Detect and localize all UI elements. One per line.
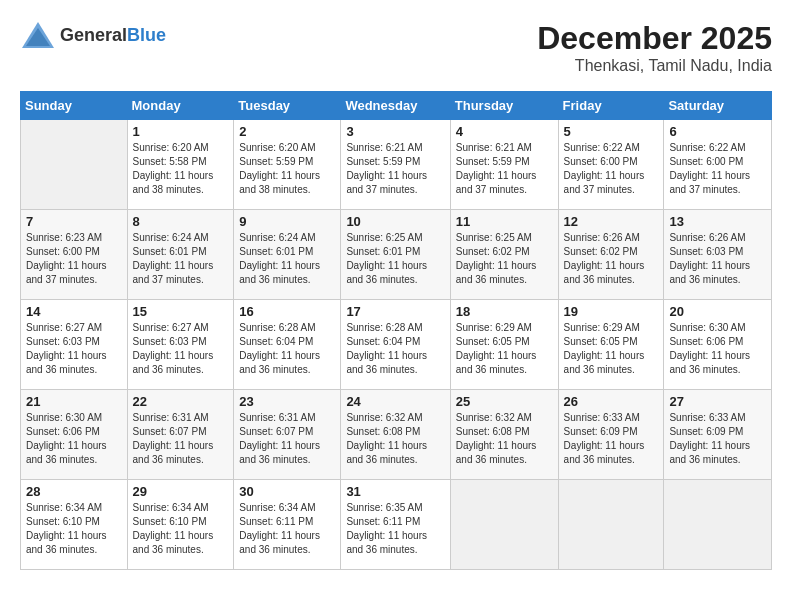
logo: GeneralBlue — [20, 20, 166, 50]
day-number: 30 — [239, 484, 335, 499]
calendar-cell: 9Sunrise: 6:24 AMSunset: 6:01 PMDaylight… — [234, 210, 341, 300]
day-info: Sunrise: 6:32 AMSunset: 6:08 PMDaylight:… — [346, 411, 444, 467]
calendar-cell: 19Sunrise: 6:29 AMSunset: 6:05 PMDayligh… — [558, 300, 664, 390]
weekday-header-wednesday: Wednesday — [341, 92, 450, 120]
weekday-header-sunday: Sunday — [21, 92, 128, 120]
calendar-cell: 12Sunrise: 6:26 AMSunset: 6:02 PMDayligh… — [558, 210, 664, 300]
day-number: 5 — [564, 124, 659, 139]
day-info: Sunrise: 6:27 AMSunset: 6:03 PMDaylight:… — [26, 321, 122, 377]
day-number: 24 — [346, 394, 444, 409]
calendar-cell: 31Sunrise: 6:35 AMSunset: 6:11 PMDayligh… — [341, 480, 450, 570]
calendar-cell — [664, 480, 772, 570]
day-info: Sunrise: 6:29 AMSunset: 6:05 PMDaylight:… — [564, 321, 659, 377]
day-info: Sunrise: 6:28 AMSunset: 6:04 PMDaylight:… — [239, 321, 335, 377]
day-number: 21 — [26, 394, 122, 409]
logo-blue-text: Blue — [127, 25, 166, 45]
calendar-cell: 10Sunrise: 6:25 AMSunset: 6:01 PMDayligh… — [341, 210, 450, 300]
calendar-cell: 28Sunrise: 6:34 AMSunset: 6:10 PMDayligh… — [21, 480, 128, 570]
calendar-cell: 18Sunrise: 6:29 AMSunset: 6:05 PMDayligh… — [450, 300, 558, 390]
day-info: Sunrise: 6:32 AMSunset: 6:08 PMDaylight:… — [456, 411, 553, 467]
day-number: 8 — [133, 214, 229, 229]
logo-icon — [20, 20, 56, 50]
calendar-cell: 1Sunrise: 6:20 AMSunset: 5:58 PMDaylight… — [127, 120, 234, 210]
day-number: 22 — [133, 394, 229, 409]
day-info: Sunrise: 6:26 AMSunset: 6:02 PMDaylight:… — [564, 231, 659, 287]
day-info: Sunrise: 6:20 AMSunset: 5:59 PMDaylight:… — [239, 141, 335, 197]
day-number: 27 — [669, 394, 766, 409]
calendar-cell: 26Sunrise: 6:33 AMSunset: 6:09 PMDayligh… — [558, 390, 664, 480]
calendar-week-2: 7Sunrise: 6:23 AMSunset: 6:00 PMDaylight… — [21, 210, 772, 300]
day-info: Sunrise: 6:25 AMSunset: 6:01 PMDaylight:… — [346, 231, 444, 287]
day-info: Sunrise: 6:24 AMSunset: 6:01 PMDaylight:… — [239, 231, 335, 287]
day-number: 23 — [239, 394, 335, 409]
weekday-header-saturday: Saturday — [664, 92, 772, 120]
day-info: Sunrise: 6:29 AMSunset: 6:05 PMDaylight:… — [456, 321, 553, 377]
day-info: Sunrise: 6:35 AMSunset: 6:11 PMDaylight:… — [346, 501, 444, 557]
day-info: Sunrise: 6:31 AMSunset: 6:07 PMDaylight:… — [133, 411, 229, 467]
day-number: 14 — [26, 304, 122, 319]
weekday-header-thursday: Thursday — [450, 92, 558, 120]
weekday-header-row: SundayMondayTuesdayWednesdayThursdayFrid… — [21, 92, 772, 120]
day-info: Sunrise: 6:34 AMSunset: 6:10 PMDaylight:… — [26, 501, 122, 557]
calendar-cell: 5Sunrise: 6:22 AMSunset: 6:00 PMDaylight… — [558, 120, 664, 210]
calendar-cell: 23Sunrise: 6:31 AMSunset: 6:07 PMDayligh… — [234, 390, 341, 480]
calendar-cell: 14Sunrise: 6:27 AMSunset: 6:03 PMDayligh… — [21, 300, 128, 390]
calendar-cell — [558, 480, 664, 570]
calendar-cell: 7Sunrise: 6:23 AMSunset: 6:00 PMDaylight… — [21, 210, 128, 300]
calendar-cell: 22Sunrise: 6:31 AMSunset: 6:07 PMDayligh… — [127, 390, 234, 480]
day-number: 9 — [239, 214, 335, 229]
calendar-week-4: 21Sunrise: 6:30 AMSunset: 6:06 PMDayligh… — [21, 390, 772, 480]
logo-general-text: General — [60, 25, 127, 45]
calendar-cell: 11Sunrise: 6:25 AMSunset: 6:02 PMDayligh… — [450, 210, 558, 300]
day-info: Sunrise: 6:33 AMSunset: 6:09 PMDaylight:… — [669, 411, 766, 467]
day-info: Sunrise: 6:21 AMSunset: 5:59 PMDaylight:… — [456, 141, 553, 197]
day-info: Sunrise: 6:28 AMSunset: 6:04 PMDaylight:… — [346, 321, 444, 377]
day-info: Sunrise: 6:22 AMSunset: 6:00 PMDaylight:… — [564, 141, 659, 197]
calendar-cell: 24Sunrise: 6:32 AMSunset: 6:08 PMDayligh… — [341, 390, 450, 480]
day-info: Sunrise: 6:24 AMSunset: 6:01 PMDaylight:… — [133, 231, 229, 287]
location-subtitle: Thenkasi, Tamil Nadu, India — [537, 57, 772, 75]
calendar-cell: 6Sunrise: 6:22 AMSunset: 6:00 PMDaylight… — [664, 120, 772, 210]
day-number: 29 — [133, 484, 229, 499]
day-number: 25 — [456, 394, 553, 409]
weekday-header-friday: Friday — [558, 92, 664, 120]
day-number: 13 — [669, 214, 766, 229]
day-info: Sunrise: 6:30 AMSunset: 6:06 PMDaylight:… — [669, 321, 766, 377]
calendar-cell — [21, 120, 128, 210]
day-number: 4 — [456, 124, 553, 139]
day-number: 18 — [456, 304, 553, 319]
calendar-cell: 15Sunrise: 6:27 AMSunset: 6:03 PMDayligh… — [127, 300, 234, 390]
day-number: 12 — [564, 214, 659, 229]
day-number: 11 — [456, 214, 553, 229]
day-info: Sunrise: 6:33 AMSunset: 6:09 PMDaylight:… — [564, 411, 659, 467]
calendar-cell: 20Sunrise: 6:30 AMSunset: 6:06 PMDayligh… — [664, 300, 772, 390]
calendar-cell: 13Sunrise: 6:26 AMSunset: 6:03 PMDayligh… — [664, 210, 772, 300]
header: GeneralBlue December 2025 Thenkasi, Tami… — [20, 20, 772, 75]
calendar-cell: 3Sunrise: 6:21 AMSunset: 5:59 PMDaylight… — [341, 120, 450, 210]
calendar-table: SundayMondayTuesdayWednesdayThursdayFrid… — [20, 91, 772, 570]
calendar-week-1: 1Sunrise: 6:20 AMSunset: 5:58 PMDaylight… — [21, 120, 772, 210]
day-number: 1 — [133, 124, 229, 139]
day-info: Sunrise: 6:34 AMSunset: 6:10 PMDaylight:… — [133, 501, 229, 557]
day-info: Sunrise: 6:23 AMSunset: 6:00 PMDaylight:… — [26, 231, 122, 287]
day-info: Sunrise: 6:25 AMSunset: 6:02 PMDaylight:… — [456, 231, 553, 287]
day-number: 20 — [669, 304, 766, 319]
title-area: December 2025 Thenkasi, Tamil Nadu, Indi… — [537, 20, 772, 75]
calendar-week-5: 28Sunrise: 6:34 AMSunset: 6:10 PMDayligh… — [21, 480, 772, 570]
day-number: 28 — [26, 484, 122, 499]
day-number: 31 — [346, 484, 444, 499]
calendar-cell: 27Sunrise: 6:33 AMSunset: 6:09 PMDayligh… — [664, 390, 772, 480]
day-info: Sunrise: 6:31 AMSunset: 6:07 PMDaylight:… — [239, 411, 335, 467]
day-info: Sunrise: 6:34 AMSunset: 6:11 PMDaylight:… — [239, 501, 335, 557]
calendar-cell: 2Sunrise: 6:20 AMSunset: 5:59 PMDaylight… — [234, 120, 341, 210]
day-info: Sunrise: 6:30 AMSunset: 6:06 PMDaylight:… — [26, 411, 122, 467]
day-number: 16 — [239, 304, 335, 319]
calendar-cell: 30Sunrise: 6:34 AMSunset: 6:11 PMDayligh… — [234, 480, 341, 570]
day-number: 15 — [133, 304, 229, 319]
calendar-cell: 21Sunrise: 6:30 AMSunset: 6:06 PMDayligh… — [21, 390, 128, 480]
day-info: Sunrise: 6:20 AMSunset: 5:58 PMDaylight:… — [133, 141, 229, 197]
day-number: 26 — [564, 394, 659, 409]
calendar-cell: 25Sunrise: 6:32 AMSunset: 6:08 PMDayligh… — [450, 390, 558, 480]
calendar-cell: 29Sunrise: 6:34 AMSunset: 6:10 PMDayligh… — [127, 480, 234, 570]
day-number: 17 — [346, 304, 444, 319]
